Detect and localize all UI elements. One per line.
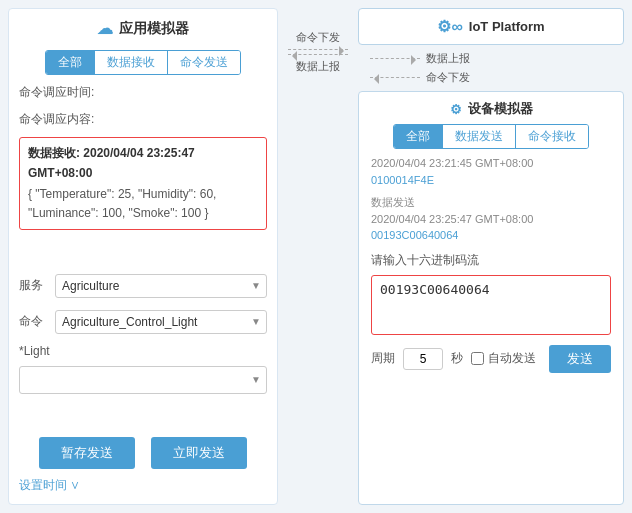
data-up-label: 数据上报 bbox=[288, 59, 348, 74]
service-label: 服务 bbox=[19, 277, 47, 294]
left-tab-bar: 全部 数据接收 命令发送 bbox=[45, 50, 241, 75]
command-select[interactable]: Agriculture_Control_Light bbox=[55, 310, 267, 334]
device-icon: ⚙ bbox=[450, 102, 462, 117]
hex-input-label: 请输入十六进制码流 bbox=[371, 252, 611, 269]
auto-send-checkbox[interactable] bbox=[471, 352, 484, 365]
device-tab-cmd-recv[interactable]: 命令接收 bbox=[515, 125, 588, 148]
time-setting-link[interactable]: 设置时间 ∨ bbox=[19, 477, 267, 494]
cmd-down-label: 命令下发 bbox=[426, 70, 470, 85]
hex-input[interactable] bbox=[371, 275, 611, 335]
period-input[interactable] bbox=[403, 348, 443, 370]
tab-data-receive[interactable]: 数据接收 bbox=[94, 51, 167, 74]
field-label: *Light bbox=[19, 344, 267, 358]
light-select[interactable] bbox=[19, 366, 267, 394]
light-input-wrapper: ▼ bbox=[19, 366, 267, 394]
command-time-row: 命令调应时间: bbox=[19, 83, 267, 102]
cmd-down-arrow bbox=[370, 77, 420, 78]
command-down-label-top: 命令下发 bbox=[288, 30, 348, 45]
data-receive-content: { "Temperature": 25, "Humidity": 60, "Lu… bbox=[28, 185, 258, 223]
button-row: 暂存发送 立即发送 bbox=[19, 437, 267, 469]
left-app-simulator-panel: ☁ 应用模拟器 全部 数据接收 命令发送 命令调应时间: 命令调应内容: 数据接… bbox=[8, 8, 278, 505]
command-down-arrow bbox=[288, 49, 348, 50]
data-upload-arrow bbox=[370, 58, 420, 59]
service-row: 服务 Agriculture ▼ bbox=[19, 274, 267, 298]
device-tab-data-send[interactable]: 数据发送 bbox=[442, 125, 515, 148]
device-tab-bar: 全部 数据发送 命令接收 bbox=[393, 124, 589, 149]
iot-platform-box: ⚙∞ IoT Platform bbox=[358, 8, 624, 45]
command-label: 命令 bbox=[19, 313, 47, 330]
iot-logo-icon: ⚙∞ bbox=[437, 17, 462, 36]
right-panel: ⚙∞ IoT Platform 数据上报 命令下发 ⚙ 设备模拟器 全部 数据发… bbox=[358, 8, 624, 505]
right-middle-arrows: 数据上报 命令下发 bbox=[358, 45, 624, 91]
device-sim-title: ⚙ 设备模拟器 bbox=[371, 100, 611, 118]
immediate-send-button[interactable]: 立即发送 bbox=[151, 437, 247, 469]
device-log-2: 数据发送 2020/04/04 23:25:47 GMT+08:00 00193… bbox=[371, 194, 611, 244]
data-upload-label: 数据上报 bbox=[426, 51, 470, 66]
cloud-icon: ☁ bbox=[97, 19, 113, 38]
tab-all[interactable]: 全部 bbox=[46, 51, 94, 74]
send-button[interactable]: 发送 bbox=[549, 345, 611, 373]
device-simulator-box: ⚙ 设备模拟器 全部 数据发送 命令接收 2020/04/04 23:21:45… bbox=[358, 91, 624, 505]
data-up-arrow bbox=[288, 54, 348, 55]
auto-send-checkbox-label: 自动发送 bbox=[471, 350, 536, 367]
data-receive-box: 数据接收: 2020/04/04 23:25:47 GMT+08:00 { "T… bbox=[19, 137, 267, 230]
command-select-wrapper: Agriculture_Control_Light ▼ bbox=[55, 310, 267, 334]
app-simulator-title: ☁ 应用模拟器 bbox=[19, 19, 267, 38]
save-send-button[interactable]: 暂存发送 bbox=[39, 437, 135, 469]
iot-platform-title: ⚙∞ IoT Platform bbox=[369, 17, 613, 36]
data-up-row: 数据上报 bbox=[370, 51, 612, 66]
data-receive-label: 数据接收: 2020/04/04 23:25:47 GMT+08:00 bbox=[28, 144, 258, 182]
command-content-row: 命令调应内容: bbox=[19, 110, 267, 129]
cmd-down-row: 命令下发 bbox=[370, 70, 612, 85]
service-select-wrapper: Agriculture ▼ bbox=[55, 274, 267, 298]
command-row: 命令 Agriculture_Control_Light ▼ bbox=[19, 310, 267, 334]
second-label: 秒 bbox=[451, 350, 463, 367]
tab-command-send[interactable]: 命令发送 bbox=[167, 51, 240, 74]
middle-arrows: 命令下发 数据上报 bbox=[278, 0, 358, 513]
device-bottom-row: 周期 秒 自动发送 发送 bbox=[371, 345, 611, 373]
service-select[interactable]: Agriculture bbox=[55, 274, 267, 298]
period-label: 周期 bbox=[371, 350, 395, 367]
device-tab-all[interactable]: 全部 bbox=[394, 125, 442, 148]
device-log-1: 2020/04/04 23:21:45 GMT+08:00 0100014F4E bbox=[371, 155, 611, 188]
